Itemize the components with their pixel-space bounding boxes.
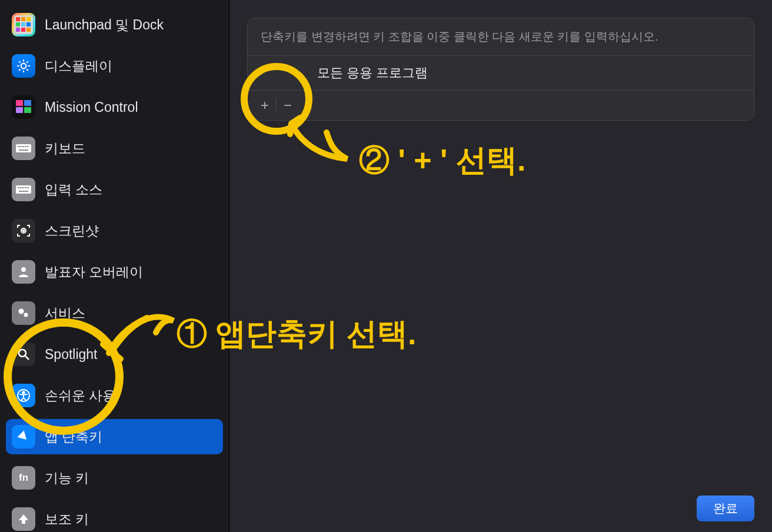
sidebar-item-label: Mission Control (45, 99, 138, 115)
shortcut-panel: 단축키를 변경하려면 키 조합을 이중 클릭한 다음 새로운 키를 입력하십시오… (247, 18, 754, 121)
sidebar-item-input-source[interactable]: 입력 소스 (6, 172, 223, 207)
sidebar-item-label: 스크린샷 (45, 222, 99, 240)
sidebar-item-label: Launchpad 및 Dock (45, 16, 164, 34)
svg-point-30 (19, 309, 24, 314)
svg-line-5 (19, 61, 20, 62)
sidebar-item-display[interactable]: 디스플레이 (6, 48, 223, 84)
svg-rect-15 (20, 146, 22, 147)
keyboard-icon (12, 137, 35, 160)
sidebar-item-label: 손쉬운 사용 (45, 387, 116, 405)
sidebar-item-label: 입력 소스 (45, 181, 102, 199)
accessibility-icon (12, 384, 35, 407)
svg-line-6 (26, 69, 28, 70)
svg-rect-9 (16, 100, 23, 106)
sidebar-item-modifier-keys[interactable]: 보조 키 (6, 501, 223, 532)
sidebar-item-label: 서비스 (45, 304, 85, 322)
svg-rect-23 (22, 187, 24, 188)
function-keys-icon: fn (12, 466, 35, 490)
sidebar: Launchpad 및 Dock 디스플레이 (0, 0, 229, 532)
svg-rect-24 (25, 187, 26, 188)
launchpad-icon (12, 13, 35, 36)
footer: 완료 (697, 496, 754, 521)
sidebar-item-keyboard[interactable]: 키보드 (6, 131, 223, 166)
svg-rect-21 (18, 187, 19, 188)
services-icon (12, 301, 35, 325)
all-applications-label: 모든 응용 프로그램 (317, 64, 428, 82)
sidebar-item-launchpad-dock[interactable]: Launchpad 및 Dock (6, 7, 223, 42)
svg-rect-14 (18, 146, 19, 147)
svg-rect-22 (20, 187, 22, 188)
svg-rect-25 (27, 187, 29, 188)
svg-rect-17 (25, 146, 26, 147)
svg-rect-26 (19, 191, 28, 192)
panel-instruction: 단축키를 변경하려면 키 조합을 이중 클릭한 다음 새로운 키를 입력하십시오… (248, 18, 754, 56)
svg-point-32 (19, 350, 26, 357)
svg-line-8 (26, 61, 28, 62)
svg-rect-20 (16, 185, 31, 194)
svg-point-28 (23, 230, 25, 232)
sidebar-item-screenshot[interactable]: 스크린샷 (6, 213, 223, 248)
sidebar-item-accessibility[interactable]: 손쉬운 사용 (6, 378, 223, 413)
sidebar-item-presenter-overlay[interactable]: 발표자 오버레이 (6, 254, 223, 290)
modifier-keys-icon (12, 507, 35, 531)
svg-point-31 (24, 313, 28, 317)
sidebar-item-label: 키보드 (45, 139, 85, 158)
screenshot-icon (12, 219, 35, 242)
svg-rect-11 (16, 107, 23, 113)
all-applications-row[interactable]: 모든 응용 프로그램 (248, 56, 754, 91)
svg-line-7 (19, 69, 20, 70)
sidebar-item-spotlight[interactable]: Spotlight (6, 337, 223, 372)
panel-actions: + − (248, 91, 754, 120)
svg-point-0 (21, 64, 26, 69)
svg-point-29 (21, 267, 26, 272)
sidebar-item-label: 디스플레이 (45, 57, 112, 75)
sidebar-item-label: 발표자 오버레이 (45, 263, 143, 281)
svg-line-33 (25, 356, 29, 360)
sidebar-item-mission-control[interactable]: Mission Control (6, 89, 223, 125)
input-source-icon (12, 178, 35, 201)
chevron-right-icon (258, 67, 265, 79)
svg-rect-10 (24, 100, 31, 106)
svg-rect-12 (24, 107, 31, 113)
presenter-overlay-icon (12, 260, 35, 284)
mission-control-icon (12, 95, 35, 119)
svg-rect-16 (22, 146, 24, 147)
svg-rect-18 (27, 146, 29, 147)
svg-rect-19 (19, 149, 28, 151)
remove-button[interactable]: − (277, 94, 299, 117)
sidebar-item-function-keys[interactable]: fn 기능 키 (6, 460, 223, 496)
sidebar-item-services[interactable]: 서비스 (6, 295, 223, 331)
app-shortcuts-icon (12, 425, 35, 448)
main-panel: 단축키를 변경하려면 키 조합을 이중 클릭한 다음 새로운 키를 입력하십시오… (229, 0, 772, 532)
sidebar-item-label: Spotlight (45, 347, 98, 363)
done-button[interactable]: 완료 (697, 496, 754, 521)
sidebar-item-label: 앱 단축키 (45, 428, 102, 446)
sidebar-item-app-shortcuts[interactable]: 앱 단축키 (6, 419, 223, 454)
spotlight-icon (12, 343, 35, 366)
add-button[interactable]: + (254, 94, 276, 117)
display-icon (12, 54, 35, 78)
svg-point-35 (22, 391, 25, 394)
sidebar-item-label: 보조 키 (45, 510, 89, 528)
fn-text: fn (19, 472, 28, 484)
svg-rect-13 (16, 144, 31, 152)
sidebar-item-label: 기능 키 (45, 469, 89, 487)
